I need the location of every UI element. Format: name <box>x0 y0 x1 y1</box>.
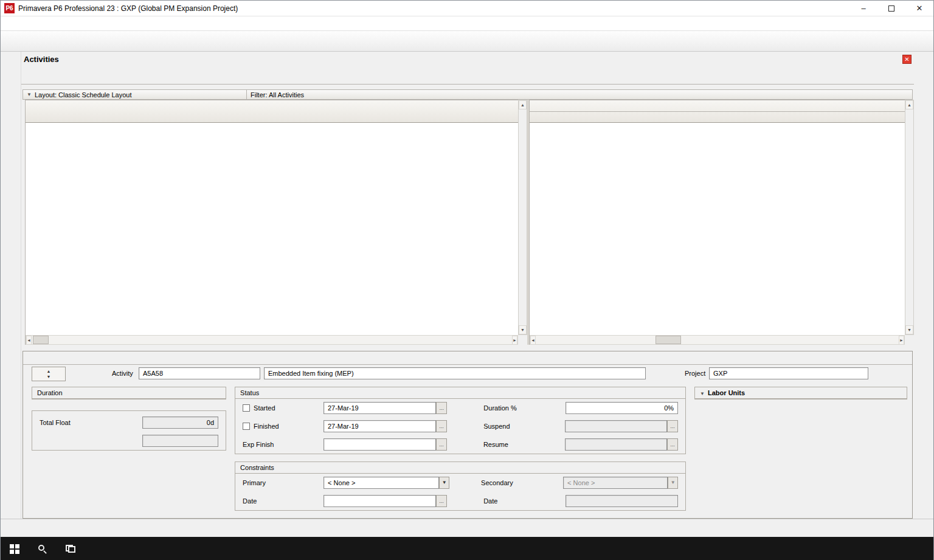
activity-navigator[interactable]: ▲▼ <box>32 367 66 381</box>
gantt-chart: ◄ ► ▲ ▼ <box>529 100 914 345</box>
suspend-date-picker-icon: ... <box>667 420 678 432</box>
resume-field <box>565 438 667 451</box>
app-icon: P6 <box>4 3 15 13</box>
gantt-timescale[interactable] <box>530 100 905 123</box>
table-body <box>26 123 518 335</box>
float-groupbox: Total Float 0d <box>32 410 226 451</box>
activity-label: Activity <box>112 370 133 377</box>
started-date-picker-icon[interactable]: ... <box>436 402 447 414</box>
dropdown-icon: ▼ <box>668 477 678 489</box>
clipped-field <box>142 435 218 447</box>
right-toolbar <box>913 52 933 519</box>
table-header <box>26 100 518 123</box>
finished-date-picker-icon[interactable]: ... <box>436 420 447 432</box>
window-title: Primavera P6 Professional 23 : GXP (Glob… <box>18 4 238 13</box>
activity-id-field[interactable]: A5A58 <box>139 367 260 379</box>
details-tabs <box>23 351 912 365</box>
chevron-down-icon: ▼ <box>700 391 705 396</box>
finished-checkbox[interactable] <box>243 423 250 430</box>
scroll-down-icon[interactable]: ▼ <box>905 325 913 334</box>
exp-finish-label: Exp Finish <box>243 441 323 448</box>
search-icon[interactable] <box>29 537 57 560</box>
exp-finish-picker-icon[interactable]: ... <box>436 438 447 451</box>
start-button[interactable] <box>1 537 29 560</box>
layout-bar: ▼ Layout: Classic Schedule Layout Filter… <box>22 89 913 100</box>
duration-pct-label: Duration % <box>483 404 565 412</box>
status-bar <box>1 519 933 537</box>
suspend-label: Suspend <box>483 423 565 430</box>
layout-selector[interactable]: ▼ Layout: Classic Schedule Layout <box>23 90 247 99</box>
menu-bar <box>1 16 933 31</box>
primary-constraint-label: Primary <box>243 479 323 486</box>
primary-date-label: Date <box>243 497 323 505</box>
suspend-field <box>565 420 667 432</box>
secondary-constraint-label: Secondary <box>481 479 563 486</box>
total-float-label: Total Float <box>40 419 142 426</box>
maximize-button[interactable] <box>877 1 905 16</box>
minimize-button[interactable]: – <box>849 1 877 16</box>
table-horizontal-scrollbar[interactable]: ◄ ► <box>26 335 518 345</box>
project-label: Project <box>685 370 705 377</box>
task-view-icon[interactable] <box>57 537 85 560</box>
resume-label: Resume <box>483 441 565 448</box>
status-groupbox: Status Started 27-Mar-19 ... Duration % … <box>235 387 686 454</box>
started-checkbox[interactable] <box>243 404 250 412</box>
started-date-field[interactable]: 27-Mar-19 <box>323 402 436 414</box>
chevron-down-icon: ▼ <box>27 92 32 97</box>
spin-down-icon[interactable]: ▼ <box>47 374 51 379</box>
spin-up-icon[interactable]: ▲ <box>47 368 51 374</box>
primary-constraint-select[interactable]: < None > ▼ <box>323 477 449 489</box>
windows-taskbar <box>1 537 933 560</box>
finished-label: Finished <box>254 423 323 430</box>
scroll-left-icon[interactable]: ◄ <box>26 336 32 345</box>
labor-units-groupbox: ▼Labor Units <box>694 387 907 399</box>
secondary-date-field <box>566 495 679 507</box>
total-float-field: 0d <box>142 417 218 429</box>
secondary-date-label: Date <box>483 497 565 505</box>
finished-date-field[interactable]: 27-Mar-19 <box>323 420 436 432</box>
gantt-horizontal-scrollbar[interactable]: ◄ ► <box>530 335 905 345</box>
scroll-left-icon[interactable]: ◄ <box>530 336 536 345</box>
filter-selector[interactable]: Filter: All Activities <box>247 90 912 99</box>
activity-details-pane: ▲▼ Activity A5A58 Embedded Item fixing (… <box>22 351 913 519</box>
duration-pct-field[interactable]: 0% <box>566 402 678 414</box>
constraints-groupbox: Constraints Primary < None > ▼ Secondary… <box>235 461 686 511</box>
date-picker-icon[interactable]: ... <box>436 495 447 507</box>
main-toolbar <box>1 31 933 52</box>
scroll-down-icon[interactable]: ▼ <box>519 325 527 334</box>
started-label: Started <box>254 404 323 412</box>
secondary-constraint-select: < None > ▼ <box>563 477 678 489</box>
status-title: Status <box>235 387 685 399</box>
project-id-field[interactable]: GXP <box>709 367 868 379</box>
scroll-thumb[interactable] <box>656 336 681 344</box>
gantt-body <box>530 123 905 335</box>
constraints-title: Constraints <box>235 462 685 474</box>
duration-groupbox: Duration <box>32 387 226 399</box>
exp-finish-field[interactable] <box>323 438 436 451</box>
dropdown-icon[interactable]: ▼ <box>439 477 449 489</box>
close-button[interactable]: ✕ <box>905 1 933 16</box>
panel-title: Activities <box>24 55 59 64</box>
details-activity-row: ▲▼ Activity A5A58 Embedded Item fixing (… <box>23 365 912 383</box>
duration-title: Duration <box>32 387 226 399</box>
labor-units-title: ▼Labor Units <box>695 387 907 399</box>
resume-date-picker-icon: ... <box>667 438 678 451</box>
primary-date-field[interactable] <box>323 495 437 507</box>
left-toolbar <box>1 52 21 519</box>
gantt-vertical-scrollbar[interactable]: ▲ ▼ <box>905 100 914 335</box>
scroll-up-icon[interactable]: ▲ <box>905 100 913 109</box>
view-tabs <box>21 66 914 85</box>
activities-panel-header: Activities ✕ <box>21 52 914 66</box>
maximize-icon <box>888 5 894 12</box>
scroll-thumb[interactable] <box>33 336 49 344</box>
activity-name-field[interactable]: Embedded Item fixing (MEP) <box>264 367 646 379</box>
application-window: P6 Primavera P6 Professional 23 : GXP (G… <box>0 0 934 560</box>
title-bar: P6 Primavera P6 Professional 23 : GXP (G… <box>1 1 933 16</box>
activity-table: ◄ ► ▲ ▼ <box>25 100 527 345</box>
panel-close-icon[interactable]: ✕ <box>902 55 912 64</box>
table-vertical-scrollbar[interactable]: ▲ ▼ <box>518 100 527 335</box>
scroll-right-icon[interactable]: ► <box>512 336 517 345</box>
scroll-right-icon[interactable]: ► <box>899 336 904 345</box>
scroll-up-icon[interactable]: ▲ <box>519 100 527 109</box>
